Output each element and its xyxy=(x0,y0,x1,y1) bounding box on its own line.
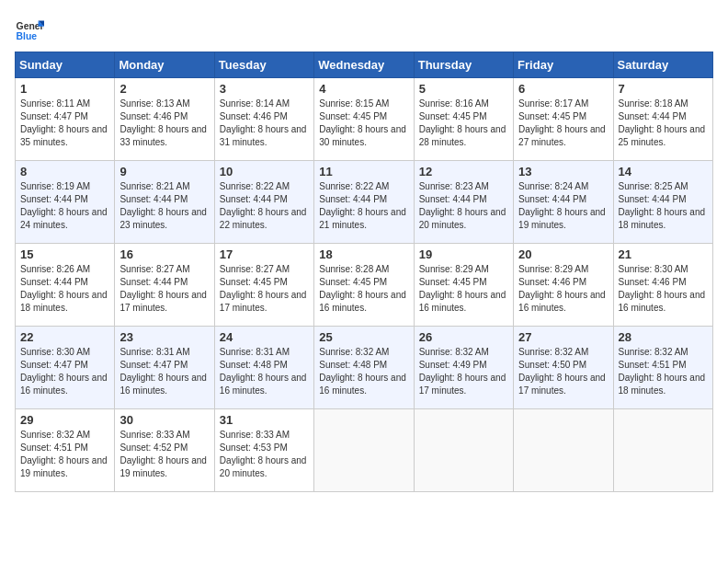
cell-sun-info: Sunrise: 8:32 AMSunset: 4:49 PMDaylight:… xyxy=(419,346,508,397)
cell-sun-info: Sunrise: 8:17 AMSunset: 4:45 PMDaylight:… xyxy=(518,98,608,149)
calendar-cell: 19Sunrise: 8:29 AMSunset: 4:45 PMDayligh… xyxy=(414,244,513,327)
day-number: 18 xyxy=(319,247,408,261)
day-number: 16 xyxy=(119,247,209,261)
day-number: 9 xyxy=(119,165,209,178)
calendar-header: SundayMondayTuesdayWednesdayThursdayFrid… xyxy=(16,52,713,78)
cell-sun-info: Sunrise: 8:27 AMSunset: 4:45 PMDaylight:… xyxy=(220,263,309,315)
day-number: 21 xyxy=(619,247,708,261)
calendar-cell: 24Sunrise: 8:31 AMSunset: 4:48 PMDayligh… xyxy=(214,327,313,409)
col-header-tuesday: Tuesday xyxy=(214,52,313,78)
calendar-week-3: 15Sunrise: 8:26 AMSunset: 4:44 PMDayligh… xyxy=(16,244,713,327)
calendar-week-1: 1Sunrise: 8:11 AMSunset: 4:47 PMDaylight… xyxy=(16,78,713,161)
day-number: 17 xyxy=(220,247,309,261)
cell-sun-info: Sunrise: 8:14 AMSunset: 4:46 PMDaylight:… xyxy=(220,98,309,149)
cell-sun-info: Sunrise: 8:16 AMSunset: 4:45 PMDaylight:… xyxy=(419,98,508,149)
col-header-saturday: Saturday xyxy=(613,52,712,78)
cell-sun-info: Sunrise: 8:24 AMSunset: 4:44 PMDaylight:… xyxy=(518,180,608,232)
day-number: 28 xyxy=(619,330,708,344)
cell-sun-info: Sunrise: 8:32 AMSunset: 4:50 PMDaylight:… xyxy=(518,346,608,397)
calendar-table: SundayMondayTuesdayWednesdayThursdayFrid… xyxy=(15,52,713,492)
calendar-cell: 25Sunrise: 8:32 AMSunset: 4:48 PMDayligh… xyxy=(314,327,414,409)
calendar-cell: 6Sunrise: 8:17 AMSunset: 4:45 PMDaylight… xyxy=(514,78,613,161)
col-header-thursday: Thursday xyxy=(414,52,513,78)
calendar-cell: 28Sunrise: 8:32 AMSunset: 4:51 PMDayligh… xyxy=(613,327,712,409)
calendar-cell xyxy=(613,409,712,492)
col-header-friday: Friday xyxy=(514,52,613,78)
day-number: 13 xyxy=(518,165,608,178)
calendar-cell: 13Sunrise: 8:24 AMSunset: 4:44 PMDayligh… xyxy=(514,161,613,244)
col-header-wednesday: Wednesday xyxy=(314,52,414,78)
day-number: 3 xyxy=(220,82,309,96)
cell-sun-info: Sunrise: 8:22 AMSunset: 4:44 PMDaylight:… xyxy=(220,180,309,232)
cell-sun-info: Sunrise: 8:21 AMSunset: 4:44 PMDaylight:… xyxy=(119,180,209,232)
cell-sun-info: Sunrise: 8:32 AMSunset: 4:48 PMDaylight:… xyxy=(319,346,408,397)
cell-sun-info: Sunrise: 8:29 AMSunset: 4:46 PMDaylight:… xyxy=(518,263,608,315)
cell-sun-info: Sunrise: 8:31 AMSunset: 4:48 PMDaylight:… xyxy=(220,346,309,397)
calendar-cell: 9Sunrise: 8:21 AMSunset: 4:44 PMDaylight… xyxy=(115,161,214,244)
logo: General Blue xyxy=(15,15,48,44)
calendar-week-2: 8Sunrise: 8:19 AMSunset: 4:44 PMDaylight… xyxy=(16,161,713,244)
day-number: 29 xyxy=(20,413,109,427)
calendar-cell: 3Sunrise: 8:14 AMSunset: 4:46 PMDaylight… xyxy=(214,78,313,161)
day-number: 4 xyxy=(319,82,408,96)
calendar-cell: 1Sunrise: 8:11 AMSunset: 4:47 PMDaylight… xyxy=(16,78,115,161)
day-number: 19 xyxy=(419,247,508,261)
col-header-monday: Monday xyxy=(115,52,214,78)
calendar-cell xyxy=(314,409,414,492)
calendar-cell: 5Sunrise: 8:16 AMSunset: 4:45 PMDaylight… xyxy=(414,78,513,161)
day-number: 26 xyxy=(419,330,508,344)
cell-sun-info: Sunrise: 8:33 AMSunset: 4:53 PMDaylight:… xyxy=(220,429,309,480)
calendar-cell: 17Sunrise: 8:27 AMSunset: 4:45 PMDayligh… xyxy=(214,244,313,327)
calendar-week-5: 29Sunrise: 8:32 AMSunset: 4:51 PMDayligh… xyxy=(16,409,713,492)
calendar-cell: 15Sunrise: 8:26 AMSunset: 4:44 PMDayligh… xyxy=(16,244,115,327)
cell-sun-info: Sunrise: 8:26 AMSunset: 4:44 PMDaylight:… xyxy=(20,263,109,315)
cell-sun-info: Sunrise: 8:27 AMSunset: 4:44 PMDaylight:… xyxy=(119,263,209,315)
cell-sun-info: Sunrise: 8:18 AMSunset: 4:44 PMDaylight:… xyxy=(619,98,708,149)
cell-sun-info: Sunrise: 8:19 AMSunset: 4:44 PMDaylight:… xyxy=(20,180,109,232)
calendar-cell xyxy=(514,409,613,492)
day-number: 8 xyxy=(20,165,109,178)
calendar-cell: 26Sunrise: 8:32 AMSunset: 4:49 PMDayligh… xyxy=(414,327,513,409)
calendar-cell: 12Sunrise: 8:23 AMSunset: 4:44 PMDayligh… xyxy=(414,161,513,244)
calendar-cell: 7Sunrise: 8:18 AMSunset: 4:44 PMDaylight… xyxy=(613,78,712,161)
day-number: 2 xyxy=(119,82,209,96)
calendar-cell: 8Sunrise: 8:19 AMSunset: 4:44 PMDaylight… xyxy=(16,161,115,244)
day-number: 27 xyxy=(518,330,608,344)
col-header-sunday: Sunday xyxy=(16,52,115,78)
cell-sun-info: Sunrise: 8:30 AMSunset: 4:46 PMDaylight:… xyxy=(619,263,708,315)
calendar-cell: 21Sunrise: 8:30 AMSunset: 4:46 PMDayligh… xyxy=(613,244,712,327)
day-number: 12 xyxy=(419,165,508,178)
calendar-cell: 4Sunrise: 8:15 AMSunset: 4:45 PMDaylight… xyxy=(314,78,414,161)
calendar-cell: 14Sunrise: 8:25 AMSunset: 4:44 PMDayligh… xyxy=(613,161,712,244)
cell-sun-info: Sunrise: 8:32 AMSunset: 4:51 PMDaylight:… xyxy=(619,346,708,397)
cell-sun-info: Sunrise: 8:13 AMSunset: 4:46 PMDaylight:… xyxy=(119,98,209,149)
cell-sun-info: Sunrise: 8:15 AMSunset: 4:45 PMDaylight:… xyxy=(319,98,408,149)
cell-sun-info: Sunrise: 8:28 AMSunset: 4:45 PMDaylight:… xyxy=(319,263,408,315)
calendar-cell: 27Sunrise: 8:32 AMSunset: 4:50 PMDayligh… xyxy=(514,327,613,409)
calendar-cell: 30Sunrise: 8:33 AMSunset: 4:52 PMDayligh… xyxy=(115,409,214,492)
day-number: 11 xyxy=(319,165,408,178)
calendar-cell: 23Sunrise: 8:31 AMSunset: 4:47 PMDayligh… xyxy=(115,327,214,409)
day-number: 1 xyxy=(20,82,109,96)
day-number: 14 xyxy=(619,165,708,178)
calendar-cell: 31Sunrise: 8:33 AMSunset: 4:53 PMDayligh… xyxy=(214,409,313,492)
calendar-week-4: 22Sunrise: 8:30 AMSunset: 4:47 PMDayligh… xyxy=(16,327,713,409)
day-number: 31 xyxy=(220,413,309,427)
cell-sun-info: Sunrise: 8:32 AMSunset: 4:51 PMDaylight:… xyxy=(20,429,109,480)
day-number: 22 xyxy=(20,330,109,344)
cell-sun-info: Sunrise: 8:33 AMSunset: 4:52 PMDaylight:… xyxy=(119,429,209,480)
calendar-cell: 10Sunrise: 8:22 AMSunset: 4:44 PMDayligh… xyxy=(214,161,313,244)
day-number: 5 xyxy=(419,82,508,96)
cell-sun-info: Sunrise: 8:29 AMSunset: 4:45 PMDaylight:… xyxy=(419,263,508,315)
page-header: General Blue xyxy=(15,15,713,44)
day-number: 10 xyxy=(220,165,309,178)
day-number: 20 xyxy=(518,247,608,261)
logo-icon: General Blue xyxy=(15,15,44,44)
calendar-cell: 11Sunrise: 8:22 AMSunset: 4:44 PMDayligh… xyxy=(314,161,414,244)
day-number: 23 xyxy=(119,330,209,344)
cell-sun-info: Sunrise: 8:11 AMSunset: 4:47 PMDaylight:… xyxy=(20,98,109,149)
cell-sun-info: Sunrise: 8:23 AMSunset: 4:44 PMDaylight:… xyxy=(419,180,508,232)
calendar-cell: 22Sunrise: 8:30 AMSunset: 4:47 PMDayligh… xyxy=(16,327,115,409)
calendar-cell: 2Sunrise: 8:13 AMSunset: 4:46 PMDaylight… xyxy=(115,78,214,161)
day-number: 24 xyxy=(220,330,309,344)
